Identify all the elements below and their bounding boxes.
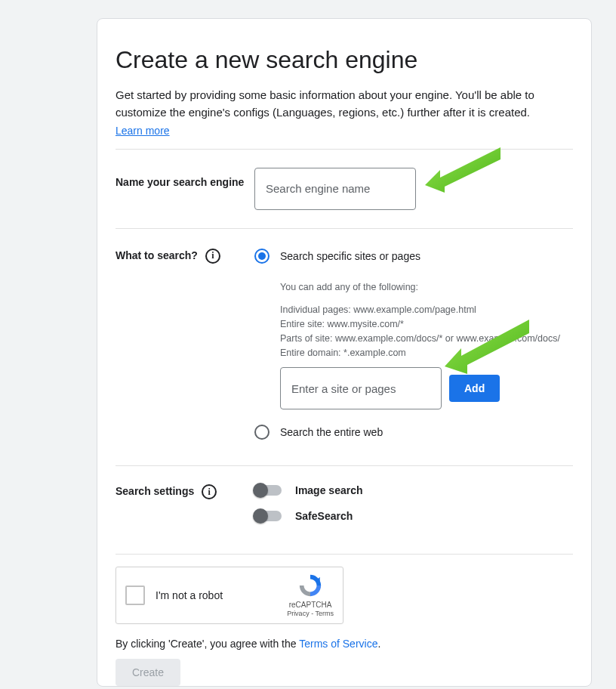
recaptcha-icon	[297, 573, 323, 598]
name-row: Name your search engine	[116, 162, 573, 216]
search-settings-label: Search settings	[116, 484, 194, 499]
sites-help-line: Entire domain: *.example.com	[280, 348, 406, 358]
info-icon[interactable]: i	[202, 484, 217, 499]
recaptcha-privacy-link[interactable]: Privacy	[287, 610, 310, 617]
agree-prefix: By clicking 'Create', you agree with the	[116, 638, 299, 650]
terms-of-service-link[interactable]: Terms of Service	[299, 638, 377, 650]
radio-unchecked-icon[interactable]	[254, 425, 270, 440]
sites-help-line: Entire site: www.mysite.com/*	[280, 319, 404, 329]
image-search-toggle-row: Image search	[254, 484, 573, 496]
search-engine-name-input[interactable]	[254, 168, 416, 210]
sites-help-line: Individual pages: www.example.com/page.h…	[280, 304, 476, 315]
sites-help-block: You can add any of the following: Indivi…	[280, 280, 573, 360]
info-icon[interactable]: i	[205, 249, 220, 264]
image-search-toggle[interactable]	[254, 485, 282, 496]
what-to-search-row: What to search? i Search specific sites …	[116, 241, 573, 454]
page-title: Create a new search engine	[116, 46, 573, 74]
name-label: Name your search engine	[116, 168, 254, 190]
intro-text: Get started by providing some basic info…	[116, 86, 573, 122]
safesearch-toggle[interactable]	[254, 511, 282, 521]
create-search-engine-card: Create a new search engine Get started b…	[97, 18, 592, 687]
radio-checked-icon[interactable]	[254, 249, 270, 264]
recaptcha-checkbox[interactable]	[125, 585, 145, 605]
divider	[116, 228, 573, 229]
agree-suffix: .	[377, 638, 380, 650]
search-settings-row: Search settings i Image search SafeSearc…	[116, 478, 573, 542]
radio-entire-web-option[interactable]: Search the entire web	[254, 423, 573, 447]
safesearch-toggle-row: SafeSearch	[254, 510, 573, 522]
divider	[116, 465, 573, 466]
recaptcha-text: I'm not a robot	[156, 589, 223, 601]
add-button[interactable]: Add	[449, 375, 500, 402]
radio-entire-web-label: Search the entire web	[280, 426, 383, 438]
site-or-pages-input[interactable]	[280, 367, 442, 409]
sites-help-line: Parts of site: www.example.com/docs/* or…	[280, 333, 560, 344]
sites-help-title: You can add any of the following:	[280, 280, 573, 295]
agree-text: By clicking 'Create', you agree with the…	[116, 638, 573, 650]
image-search-label: Image search	[295, 484, 363, 496]
recaptcha-widget: I'm not a robot reCAPTCHA Privacy - Term…	[116, 567, 343, 624]
what-to-search-label-wrap: What to search? i	[116, 247, 254, 264]
recaptcha-brand-label: reCAPTCHA	[287, 601, 334, 610]
divider	[116, 554, 573, 555]
create-button[interactable]: Create	[116, 659, 180, 686]
recaptcha-brand: reCAPTCHA Privacy - Terms	[287, 573, 334, 618]
divider	[116, 149, 573, 150]
site-input-row: Add	[280, 367, 573, 409]
learn-more-link[interactable]: Learn more	[116, 125, 170, 137]
radio-specific-sites-label: Search specific sites or pages	[280, 250, 420, 262]
recaptcha-terms-link[interactable]: Terms	[316, 610, 334, 617]
radio-specific-sites-option[interactable]: Search specific sites or pages	[254, 247, 573, 271]
what-to-search-label: What to search?	[116, 249, 198, 264]
safesearch-label: SafeSearch	[295, 510, 353, 522]
search-settings-label-wrap: Search settings i	[116, 484, 254, 499]
